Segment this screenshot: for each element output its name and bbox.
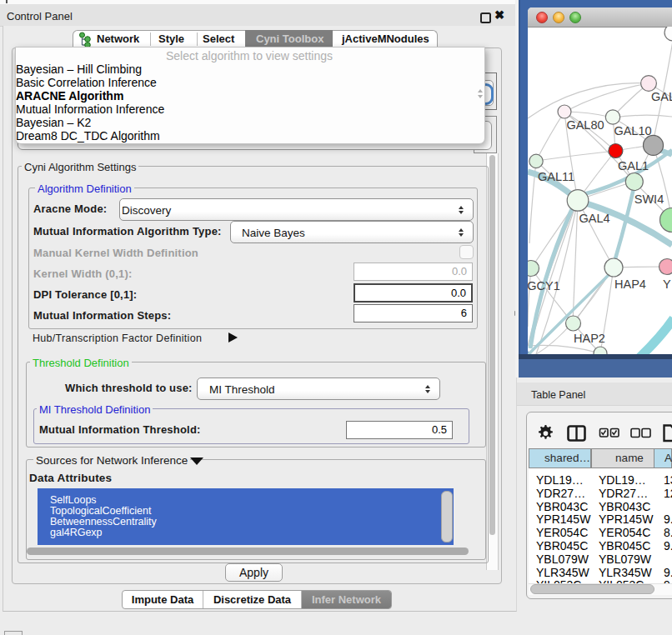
svg-text:GAL80: GAL80: [566, 118, 604, 132]
svg-text:GAL10: GAL10: [614, 124, 651, 138]
svg-text:GAL2: GAL2: [651, 90, 672, 103]
svg-text:GAL1: GAL1: [618, 159, 649, 172]
svg-text:HAP4: HAP4: [614, 278, 646, 291]
svg-text:GAL4: GAL4: [579, 212, 609, 225]
svg-text:GAL11: GAL11: [538, 170, 574, 183]
svg-text:HAP2: HAP2: [574, 332, 605, 345]
svg-text:GCY1: GCY1: [528, 279, 560, 292]
svg-text:SWI4: SWI4: [634, 192, 664, 206]
svg-text:Y: Y: [663, 278, 671, 291]
